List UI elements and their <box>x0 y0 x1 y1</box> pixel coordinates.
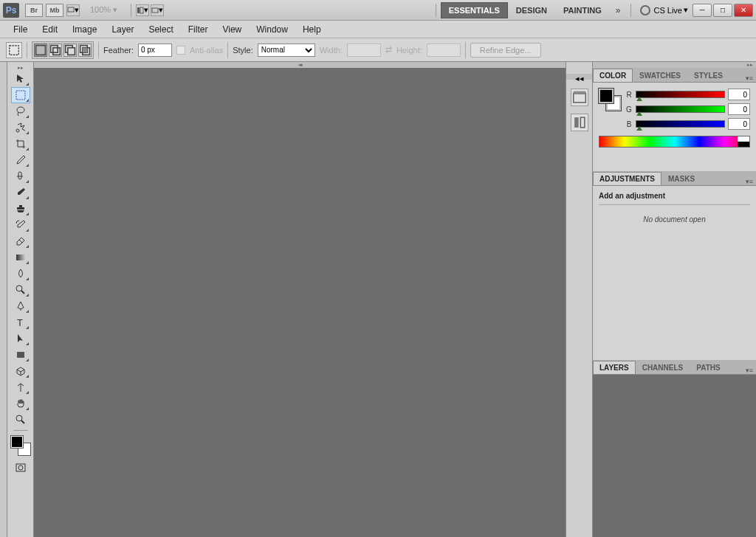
selection-subtract-button[interactable] <box>63 44 77 57</box>
left-collapse-strip[interactable] <box>0 62 7 537</box>
height-input <box>427 44 461 57</box>
properties-panel-icon[interactable] <box>571 114 588 131</box>
options-bar: Feather: Anti-alias Style: Normal Width:… <box>0 38 756 62</box>
crop-tool[interactable] <box>11 136 30 152</box>
g-input[interactable] <box>728 103 750 115</box>
svg-point-18 <box>16 285 22 291</box>
tab-layers[interactable]: LAYERS <box>593 361 636 374</box>
foreground-color-icon[interactable] <box>11 436 23 448</box>
color-swatches-icon[interactable] <box>599 89 621 111</box>
quick-mask-button[interactable] <box>11 460 30 476</box>
menu-file[interactable]: File <box>6 23 35 36</box>
menu-view[interactable]: View <box>215 23 249 36</box>
antialias-label: Anti-alias <box>190 46 223 55</box>
arrange-documents-dropdown[interactable]: ▾ <box>136 4 149 16</box>
menu-image[interactable]: Image <box>65 23 104 36</box>
marquee-tool[interactable] <box>11 87 30 103</box>
feather-input[interactable] <box>138 44 172 57</box>
r-slider[interactable] <box>636 91 725 98</box>
canvas-collapse-handle[interactable] <box>34 62 566 68</box>
cslive-icon <box>640 5 650 15</box>
panels-area: ▸▸ COLOR SWATCHES STYLES ▾≡ R <box>592 62 756 537</box>
menu-edit[interactable]: Edit <box>35 23 65 36</box>
menu-window[interactable]: Window <box>249 23 295 36</box>
history-panel-icon[interactable] <box>571 89 588 106</box>
3d-tool[interactable] <box>11 363 30 379</box>
pen-tool[interactable] <box>11 298 30 314</box>
svg-rect-20 <box>17 352 24 358</box>
tab-masks[interactable]: MASKS <box>662 172 701 185</box>
type-tool[interactable]: T <box>11 314 30 330</box>
mini-bridge-button[interactable]: Mb <box>46 4 63 17</box>
bridge-button[interactable]: Br <box>25 4 43 17</box>
eyedropper-tool[interactable] <box>11 152 30 168</box>
layers-panel-tabs: LAYERS CHANNELS PATHS ▾≡ <box>593 360 756 375</box>
b-slider[interactable] <box>636 120 725 128</box>
dodge-tool[interactable] <box>11 282 30 298</box>
tab-adjustments[interactable]: ADJUSTMENTS <box>593 172 662 185</box>
selection-mode-group <box>32 41 94 59</box>
healing-brush-tool[interactable] <box>11 168 30 184</box>
style-select[interactable]: Normal <box>258 44 315 57</box>
blur-tool[interactable] <box>11 266 30 282</box>
rectangle-tool[interactable] <box>11 347 30 363</box>
svg-rect-27 <box>580 117 585 128</box>
lasso-tool[interactable] <box>11 103 30 119</box>
separator <box>131 4 131 17</box>
tab-channels[interactable]: CHANNELS <box>636 361 690 374</box>
workspace-design[interactable]: DESIGN <box>508 2 555 18</box>
clone-stamp-tool[interactable] <box>11 201 30 217</box>
svg-rect-13 <box>16 91 25 100</box>
r-input[interactable] <box>728 89 750 100</box>
selection-intersect-button[interactable] <box>78 44 92 57</box>
quick-selection-tool[interactable] <box>11 119 30 136</box>
history-brush-tool[interactable] <box>11 217 30 233</box>
panels-collapse-handle[interactable]: ▸▸ <box>593 62 756 68</box>
selection-new-button[interactable] <box>34 44 47 57</box>
eraser-tool[interactable] <box>11 233 30 249</box>
panel-menu-icon[interactable]: ▾≡ <box>746 75 753 82</box>
tab-swatches[interactable]: SWATCHES <box>633 69 687 82</box>
selection-add-button[interactable] <box>49 44 62 57</box>
brush-tool[interactable] <box>11 184 30 201</box>
zoom-level-label[interactable]: 100% ▾ <box>90 5 117 15</box>
g-slider[interactable] <box>636 105 725 113</box>
adjustments-title: Add an adjustment <box>599 192 750 200</box>
view-extras-dropdown[interactable]: ▾ <box>66 4 80 16</box>
color-spectrum[interactable] <box>599 136 750 148</box>
gradient-tool[interactable] <box>11 249 30 266</box>
panel-menu-icon[interactable]: ▾≡ <box>746 178 753 185</box>
menu-help[interactable]: Help <box>295 23 329 36</box>
app-logo-icon: Ps <box>3 3 19 18</box>
tab-paths[interactable]: PATHS <box>690 361 726 374</box>
tab-styles[interactable]: STYLES <box>687 69 729 82</box>
3d-camera-tool[interactable] <box>11 379 30 395</box>
svg-rect-1 <box>137 7 140 13</box>
g-label: G <box>625 105 633 114</box>
screen-mode-dropdown[interactable]: ▾ <box>151 4 164 16</box>
color-swatches[interactable] <box>11 436 30 455</box>
workspace-essentials[interactable]: ESSENTIALS <box>441 2 508 18</box>
window-maximize-button[interactable]: □ <box>713 4 732 17</box>
hand-tool[interactable] <box>11 395 30 412</box>
b-input[interactable] <box>728 118 750 130</box>
zoom-tool[interactable] <box>11 412 30 428</box>
more-workspaces-icon[interactable]: » <box>616 5 621 15</box>
window-minimize-button[interactable]: ─ <box>693 4 712 17</box>
workspace-painting[interactable]: PAINTING <box>555 2 610 18</box>
menu-filter[interactable]: Filter <box>181 23 216 36</box>
path-selection-tool[interactable] <box>11 330 30 347</box>
panel-menu-icon[interactable]: ▾≡ <box>746 367 753 374</box>
svg-rect-12 <box>83 47 87 52</box>
strip-handle-icon[interactable]: ◂◂ <box>566 74 592 80</box>
menu-bar: File Edit Image Layer Select Filter View… <box>0 21 756 38</box>
current-tool-icon[interactable] <box>6 42 22 58</box>
move-tool[interactable] <box>11 71 30 87</box>
menu-layer[interactable]: Layer <box>104 23 141 36</box>
window-close-button[interactable]: ✕ <box>734 4 753 17</box>
no-document-label: No document open <box>599 215 750 224</box>
cslive-button[interactable]: CS Live▾ <box>640 5 688 15</box>
foreground-swatch[interactable] <box>599 89 614 103</box>
tab-color[interactable]: COLOR <box>593 69 633 82</box>
menu-select[interactable]: Select <box>141 23 180 36</box>
